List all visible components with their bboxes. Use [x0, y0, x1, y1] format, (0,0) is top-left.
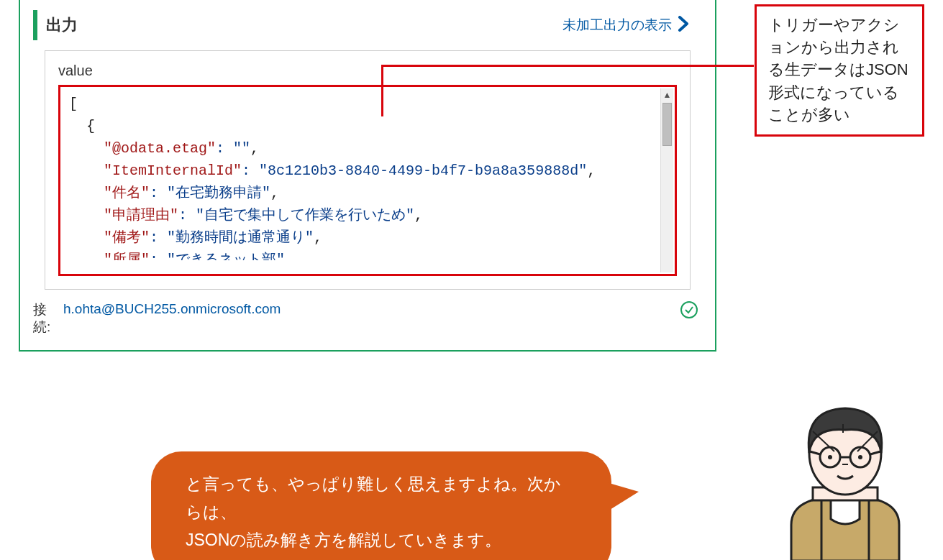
annotation-callout: トリガーやアクションから出力される生データはJSON形式になっていることが多い: [755, 4, 924, 137]
json-line: "件名": "在宅勤務申請",: [69, 182, 666, 204]
json-code-content: [ { "@odata.etag": "", "ItemInternalId":…: [60, 87, 675, 274]
chevron-right-icon: [678, 16, 691, 35]
json-line: "申請理由": "自宅で集中して作業を行いため",: [69, 204, 666, 226]
json-line: "@odata.etag": "",: [69, 137, 666, 160]
svg-point-7: [828, 455, 832, 459]
scrollbar[interactable]: ▲: [660, 88, 673, 272]
callout-leader: [381, 65, 383, 116]
speech-line-2: JSONの読み解き方を解説していきます。: [186, 526, 577, 554]
annotation-text: トリガーやアクションから出力される生データはJSON形式になっていることが多い: [768, 16, 908, 124]
json-line: "ItemInternalId": "8c1210b3-8840-4499-b4…: [69, 160, 666, 182]
connection-row: 接続: h.ohta@BUCH255.onmicrosoft.com: [20, 290, 715, 336]
output-panel: 出力 未加工出力の表示 value [ { "@odata.etag": "",…: [19, 0, 716, 352]
speech-tail-icon: [604, 482, 639, 513]
connection-label: 接続:: [33, 301, 53, 336]
json-line: [: [69, 93, 666, 115]
output-card: 出力 未加工出力の表示 value [ { "@odata.etag": "",…: [33, 10, 702, 290]
instructor-avatar: [762, 388, 928, 560]
scroll-up-icon[interactable]: ▲: [661, 88, 673, 101]
speech-wrap: と言っても、やっぱり難しく思えますよね。次からは、 JSONの読み解き方を解説し…: [151, 451, 777, 560]
callout-leader: [381, 65, 754, 67]
speech-bubble: と言っても、やっぱり難しく思えますよね。次からは、 JSONの読み解き方を解説し…: [151, 451, 611, 560]
raw-output-link[interactable]: 未加工出力の表示: [562, 16, 691, 35]
output-header: 出力 未加工出力の表示: [33, 10, 702, 40]
json-line: {: [69, 115, 666, 137]
json-line: "所属": "できるネット部": [69, 249, 666, 260]
output-title: 出力: [46, 14, 78, 36]
json-line: "備考": "勤務時間は通常通り",: [69, 226, 666, 249]
raw-output-link-label: 未加工出力の表示: [562, 16, 672, 35]
status-ok-icon: [680, 301, 698, 318]
scroll-thumb[interactable]: [662, 103, 672, 146]
json-code-box: [ { "@odata.etag": "", "ItemInternalId":…: [58, 85, 677, 276]
speech-line-1: と言っても、やっぱり難しく思えますよね。次からは、: [186, 470, 577, 526]
svg-point-8: [858, 455, 862, 459]
connection-email: h.ohta@BUCH255.onmicrosoft.com: [63, 301, 680, 317]
output-body: value [ { "@odata.etag": "", "ItemIntern…: [45, 50, 691, 290]
